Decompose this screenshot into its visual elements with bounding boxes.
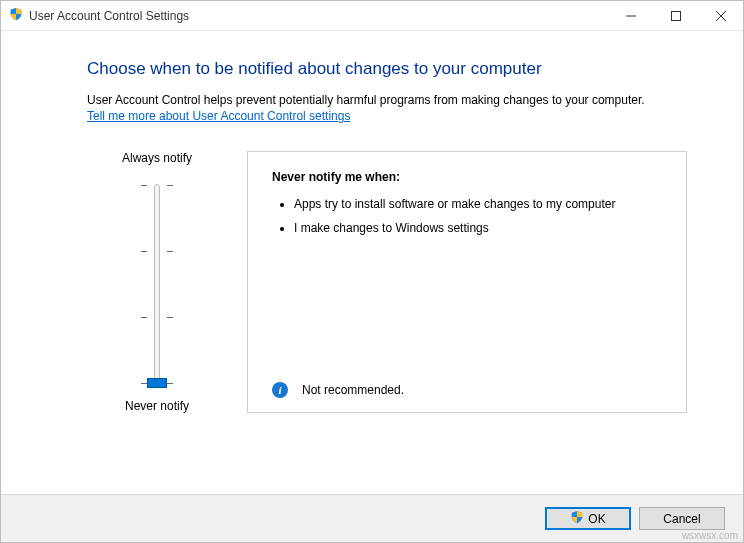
info-item: I make changes to Windows settings <box>294 220 662 236</box>
body-area: Always notify Never notify Never notify … <box>87 151 687 413</box>
info-footer-text: Not recommended. <box>302 383 404 397</box>
info-title: Never notify me when: <box>272 170 662 184</box>
page-heading: Choose when to be notified about changes… <box>87 59 687 79</box>
watermark: wsxwsx.com <box>682 530 738 541</box>
info-footer: i Not recommended. <box>272 372 662 398</box>
info-icon: i <box>272 382 288 398</box>
close-button[interactable] <box>698 1 743 31</box>
minimize-button[interactable] <box>608 1 653 31</box>
content-area: Choose when to be notified about changes… <box>1 31 743 494</box>
window-title: User Account Control Settings <box>29 9 189 23</box>
cancel-button-label: Cancel <box>663 512 700 526</box>
info-panel: Never notify me when: Apps try to instal… <box>247 151 687 413</box>
page-description: User Account Control helps prevent poten… <box>87 93 687 107</box>
slider-column: Always notify Never notify <box>87 151 227 413</box>
notification-slider[interactable] <box>132 179 182 389</box>
titlebar: User Account Control Settings <box>1 1 743 31</box>
shield-icon <box>570 510 584 527</box>
learn-more-link[interactable]: Tell me more about User Account Control … <box>87 109 350 123</box>
ok-button[interactable]: OK <box>545 507 631 530</box>
window-controls <box>608 1 743 31</box>
slider-bottom-label: Never notify <box>125 399 189 413</box>
info-list: Apps try to install software or make cha… <box>272 196 662 244</box>
button-bar: OK Cancel <box>1 494 743 542</box>
slider-thumb[interactable] <box>147 378 167 388</box>
info-item: Apps try to install software or make cha… <box>294 196 662 212</box>
maximize-button[interactable] <box>653 1 698 31</box>
svg-rect-1 <box>671 11 680 20</box>
shield-icon <box>9 7 23 24</box>
slider-top-label: Always notify <box>122 151 192 165</box>
cancel-button[interactable]: Cancel <box>639 507 725 530</box>
ok-button-label: OK <box>588 512 605 526</box>
uac-settings-window: User Account Control Settings Choose whe… <box>0 0 744 543</box>
